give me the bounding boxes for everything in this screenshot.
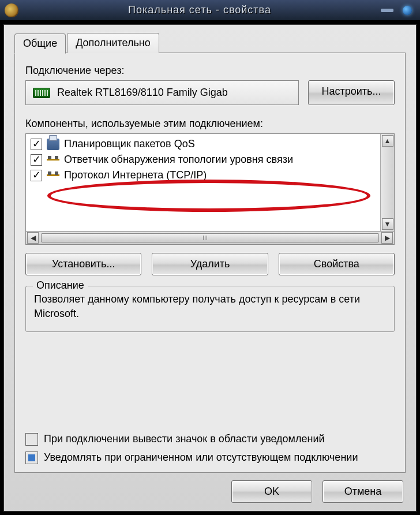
network-icon	[47, 170, 59, 181]
tab-advanced[interactable]: Дополнительно	[67, 33, 159, 53]
scroll-down-icon[interactable]: ▼	[382, 218, 393, 230]
list-item-label: Планировщик пакетов QoS	[64, 138, 195, 150]
adapter-box[interactable]: Realtek RTL8169/8110 Family Gigab	[25, 80, 299, 105]
notify-label: Уведомлять при ограниченном или отсутств…	[44, 451, 358, 464]
checkbox[interactable]	[31, 154, 42, 166]
list-item[interactable]: Протокол Интернета (TCP/IP)	[27, 167, 379, 183]
components-wrap: Планировщик пакетов QoS Ответчик обнаруж…	[25, 133, 395, 245]
show-icon-label: При подключении вывести значок в области…	[44, 433, 325, 445]
horizontal-scrollbar[interactable]: ◀ ▶	[25, 231, 395, 245]
install-button[interactable]: Установить...	[25, 253, 141, 275]
dialog-footer: OK Отмена	[14, 473, 406, 503]
cancel-button-label: Отмена	[344, 486, 382, 497]
maximize-icon[interactable]	[403, 6, 412, 15]
tab-general-label: Общие	[23, 38, 57, 49]
components-listbox[interactable]: Планировщик пакетов QoS Ответчик обнаруж…	[25, 133, 395, 232]
window-title: Покальная сеть - свойства	[18, 4, 381, 16]
network-icon	[47, 154, 59, 166]
tab-strip: Общие Дополнительно	[14, 33, 406, 53]
connect-through-label: Подключение через:	[25, 65, 395, 77]
configure-button[interactable]: Настроить...	[308, 80, 395, 105]
adapter-name: Realtek RTL8169/8110 Family Gigab	[57, 87, 228, 99]
ok-button-label: OK	[264, 486, 279, 497]
window: Покальная сеть - свойства Общие Дополнит…	[0, 0, 420, 515]
vertical-scrollbar[interactable]: ▲ ▼	[380, 134, 394, 231]
description-group: Описание Позволяет данному компьютеру по…	[25, 286, 395, 332]
component-buttons: Установить... Удалить Свойства	[25, 253, 395, 275]
description-legend: Описание	[33, 279, 88, 292]
checkbox[interactable]	[31, 139, 42, 150]
properties-button-label: Свойства	[314, 258, 359, 270]
tab-page-general: Подключение через: Realtek RTL8169/8110 …	[14, 53, 406, 473]
minimize-icon[interactable]	[381, 9, 393, 12]
components-label: Компоненты, используемые этим подключени…	[25, 118, 395, 130]
remove-button[interactable]: Удалить	[152, 253, 268, 275]
checkbox[interactable]	[31, 170, 42, 181]
window-controls	[381, 6, 412, 15]
tab-advanced-label: Дополнительно	[76, 37, 151, 48]
scroll-left-icon[interactable]: ◀	[27, 232, 39, 244]
show-icon-checkbox-row[interactable]: При подключении вывести значок в области…	[25, 433, 395, 446]
list-item[interactable]: Ответчик обнаружения топологии уровня св…	[27, 152, 379, 167]
app-icon	[5, 3, 18, 17]
description-text: Позволяет данному компьютеру получать до…	[34, 292, 386, 321]
cancel-button[interactable]: Отмена	[322, 480, 403, 503]
notify-checkbox-row[interactable]: Уведомлять при ограниченном или отсутств…	[25, 451, 395, 464]
list-item[interactable]: Планировщик пакетов QoS	[27, 136, 379, 152]
adapter-row: Realtek RTL8169/8110 Family Gigab Настро…	[25, 80, 395, 105]
checkbox[interactable]	[25, 433, 38, 446]
configure-button-label: Настроить...	[322, 85, 381, 97]
list-item-label: Ответчик обнаружения топологии уровня св…	[64, 154, 293, 166]
ok-button[interactable]: OK	[231, 480, 312, 503]
checkbox[interactable]	[25, 451, 38, 464]
properties-button[interactable]: Свойства	[279, 253, 395, 275]
nic-icon	[33, 88, 50, 98]
scroll-right-icon[interactable]: ▶	[381, 232, 393, 244]
remove-button-label: Удалить	[190, 258, 230, 270]
client-area: Общие Дополнительно Подключение через: R…	[3, 24, 417, 512]
list-item-label: Протокол Интернета (TCP/IP)	[64, 169, 207, 181]
titlebar[interactable]: Покальная сеть - свойства	[0, 0, 420, 21]
scroll-thumb[interactable]	[41, 233, 379, 242]
install-button-label: Установить...	[52, 258, 115, 270]
scroll-up-icon[interactable]: ▲	[382, 135, 393, 147]
qos-icon	[47, 139, 59, 150]
components-list: Планировщик пакетов QoS Ответчик обнаруж…	[26, 134, 380, 231]
tab-general[interactable]: Общие	[14, 33, 66, 54]
